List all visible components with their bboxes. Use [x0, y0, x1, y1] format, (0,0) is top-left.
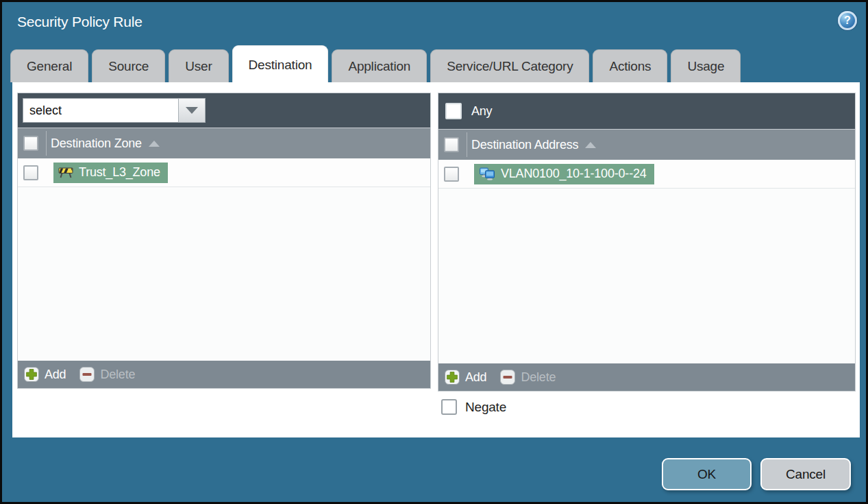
any-checkbox[interactable] — [445, 103, 462, 119]
negate-row: Negate — [441, 399, 506, 415]
zone-icon — [58, 167, 73, 178]
dialog-titlebar: Security Policy Rule ? — [2, 2, 866, 45]
tab-application[interactable]: Application — [332, 49, 427, 82]
address-name: VLAN0100_10-1-100-0--24 — [501, 167, 647, 181]
add-zone-label: Add — [45, 368, 66, 382]
ok-button[interactable]: OK — [662, 458, 752, 490]
address-panel-topbar: Any — [438, 93, 855, 129]
select-all-zones-checkbox[interactable] — [23, 136, 38, 151]
zone-select-combo — [23, 98, 206, 123]
plus-icon — [445, 370, 460, 385]
delete-address-button[interactable]: Delete — [500, 370, 556, 385]
zone-toolbar: Add Delete — [18, 361, 430, 388]
select-all-addresses-checkbox[interactable] — [444, 137, 459, 152]
tab-destination[interactable]: Destination — [232, 45, 329, 82]
zone-column-header-row: Destination Zone — [18, 128, 430, 158]
any-label: Any — [471, 104, 492, 119]
zone-column-header[interactable]: Destination Zone — [51, 136, 142, 151]
zone-row-checkbox[interactable] — [23, 165, 38, 180]
address-toolbar: Add Delete — [438, 363, 855, 391]
add-zone-button[interactable]: Add — [24, 367, 66, 382]
security-policy-rule-dialog: Security Policy Rule ? General Source Us… — [0, 0, 868, 504]
destination-tab-content: Destination Zone — [12, 82, 860, 437]
address-column-header[interactable]: Destination Address — [471, 138, 578, 152]
tab-usage[interactable]: Usage — [671, 49, 741, 82]
address-column-header-row: Destination Address — [438, 129, 855, 160]
network-icon — [479, 167, 495, 180]
destination-zone-panel: Destination Zone — [18, 93, 430, 388]
add-address-button[interactable]: Add — [445, 370, 486, 385]
zone-select-dropdown-button[interactable] — [178, 98, 206, 123]
address-chip[interactable]: VLAN0100_10-1-100-0--24 — [474, 164, 654, 184]
destination-address-panel: Any Destination Address — [438, 93, 855, 391]
delete-address-label: Delete — [521, 370, 556, 385]
delete-zone-label: Delete — [100, 368, 135, 382]
zone-name: Trust_L3_Zone — [79, 165, 160, 180]
chevron-down-icon — [186, 107, 198, 114]
sort-ascending-icon — [149, 141, 160, 147]
zone-row[interactable]: Trust_L3_Zone — [18, 158, 430, 187]
minus-icon — [500, 370, 515, 385]
tab-user[interactable]: User — [169, 49, 228, 82]
negate-label: Negate — [465, 400, 506, 415]
minus-icon — [79, 367, 95, 382]
zone-select-input[interactable] — [23, 98, 178, 123]
cancel-button[interactable]: Cancel — [760, 458, 851, 490]
plus-icon — [24, 367, 39, 382]
sort-ascending-icon — [585, 142, 596, 148]
tab-bar: General Source User Destination Applicat… — [10, 45, 741, 82]
help-icon[interactable]: ? — [838, 11, 857, 30]
zone-panel-topbar — [18, 93, 430, 128]
negate-checkbox[interactable] — [441, 399, 457, 415]
address-list: VLAN0100_10-1-100-0--24 — [438, 160, 855, 363]
dialog-title: Security Policy Rule — [17, 14, 142, 30]
address-row-checkbox[interactable] — [444, 167, 459, 182]
tab-source[interactable]: Source — [92, 49, 165, 82]
zone-chip[interactable]: Trust_L3_Zone — [53, 163, 168, 183]
address-row[interactable]: VLAN0100_10-1-100-0--24 — [438, 160, 855, 189]
delete-zone-button[interactable]: Delete — [79, 367, 135, 382]
tab-general[interactable]: General — [10, 49, 88, 82]
add-address-label: Add — [465, 370, 486, 385]
tab-actions[interactable]: Actions — [593, 49, 667, 82]
tab-service-url-category[interactable]: Service/URL Category — [430, 49, 589, 82]
zone-list: Trust_L3_Zone — [18, 158, 430, 361]
